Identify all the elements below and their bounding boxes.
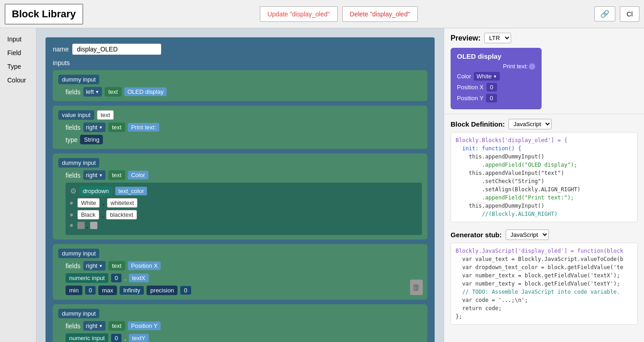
max-val: Infinity <box>120 286 144 295</box>
comma-num: , <box>124 275 126 281</box>
right-panel: Preview: LTR RTL OLED display Print text… <box>444 28 644 342</box>
fields-align-2[interactable]: right <box>83 123 106 132</box>
oled-posy-label: Position Y <box>457 95 483 102</box>
numeric-default: 0 <box>111 274 122 282</box>
dummy-input-label-3: dummy input <box>58 249 99 258</box>
topbar: Block Library Update "display_oled" Dele… <box>0 0 644 28</box>
dummy-input-label-4: dummy input <box>58 309 99 318</box>
min-label: min <box>66 286 82 295</box>
fields-label-1: fields <box>66 88 81 96</box>
preview-title: Preview: <box>451 34 481 42</box>
comma-1: , <box>102 199 104 206</box>
preview-section: Preview: LTR RTL OLED display Print text… <box>444 28 644 114</box>
numeric-name: textX <box>129 274 149 282</box>
clear-button[interactable]: Cl <box>620 6 639 22</box>
gear-icon: ⚙ <box>70 187 76 195</box>
inputs-label: inputs <box>53 59 427 66</box>
numeric-default-y: 0 <box>111 334 122 342</box>
code-sections: Block Definition: JavaScript Python Bloc… <box>444 114 644 342</box>
swatch-2[interactable] <box>90 222 97 229</box>
numeric-name-y: textY <box>129 334 149 342</box>
fields-label-5: fields <box>66 322 81 330</box>
block-def-title: Block Definition: JavaScript Python <box>451 119 638 129</box>
generator-title: Generator stub: JavaScript Python <box>451 230 638 240</box>
fields-label-2: fields <box>66 124 81 131</box>
text-value-4: Position X <box>128 261 161 270</box>
delete-group-icon[interactable]: 🗑 <box>410 280 423 295</box>
block-editor: name inputs dummy input fields left text… <box>46 37 435 342</box>
value-input-label: value input <box>58 110 94 120</box>
numeric-input-label-y: numeric input <box>66 333 108 342</box>
text-value-2: Print text: <box>128 123 159 132</box>
dummy-input-label-2: dummy input <box>58 158 99 168</box>
option-black: Black <box>77 210 99 219</box>
option-white: White <box>77 198 100 208</box>
oled-color-row: Color White <box>457 72 535 81</box>
dot-2 <box>70 214 73 216</box>
nav-type[interactable]: Type <box>0 60 36 73</box>
group-dummy-color: dummy input fields right text Color ⚙ dr… <box>53 153 427 240</box>
precision-label: precision <box>147 286 177 295</box>
dropdown-name: text_color <box>115 187 147 195</box>
link-button[interactable]: 🔗 <box>594 6 615 21</box>
group-dummy-position-y: dummy input fields right text Position Y… <box>53 304 427 342</box>
precision-val: 0 <box>180 286 191 295</box>
numeric-input-label: numeric input <box>66 273 108 283</box>
main-layout: Input Field Type Colour name inputs dumm… <box>0 28 644 342</box>
dot-1 <box>70 202 73 204</box>
dropdown-label: dropdown <box>79 186 112 196</box>
fields-align-1[interactable]: left <box>83 87 102 97</box>
group-value-input: value input text fields right text Print… <box>53 106 427 149</box>
group-dummy-1: dummy input fields left text OLED displa… <box>53 70 427 101</box>
oled-title: OLED display <box>457 52 535 60</box>
fields-align-3[interactable]: right <box>83 170 106 180</box>
group-dummy-position-x: dummy input fields right text Position X… <box>53 244 427 300</box>
nav-field[interactable]: Field <box>0 46 36 59</box>
block-def-code: Blockly.Blocks['display_oled'] = { init:… <box>451 132 638 222</box>
type-value: String <box>80 135 103 144</box>
comma-num-y: , <box>124 335 126 342</box>
option-whitetext: whitetext <box>107 198 137 208</box>
oled-posy-val: 0 <box>486 94 497 102</box>
generator-lang-select[interactable]: JavaScript Python <box>506 230 549 240</box>
name-row: name <box>53 44 427 55</box>
generator-code: Blockly.JavaScript['display_oled'] = fun… <box>451 243 638 325</box>
value-input-name: text <box>97 110 114 120</box>
min-val: 0 <box>85 286 96 295</box>
fields-label-3: fields <box>66 172 81 179</box>
workspace: name inputs dummy input fields left text… <box>36 28 444 342</box>
text-chip-5: text <box>108 321 125 331</box>
swatch-1[interactable] <box>77 222 85 229</box>
preview-header: Preview: LTR RTL <box>451 33 638 43</box>
fields-align-4[interactable]: right <box>83 261 106 271</box>
nav-input[interactable]: Input <box>0 33 36 46</box>
ltr-select[interactable]: LTR RTL <box>484 33 511 43</box>
oled-posx-val: 0 <box>487 83 497 92</box>
oled-print-label: Print text: <box>457 63 528 70</box>
text-chip-4: text <box>108 261 125 271</box>
update-button[interactable]: Update "display_oled" <box>260 6 338 22</box>
swatch-pair: , <box>77 222 97 229</box>
text-value-5: Position Y <box>128 322 161 330</box>
oled-preview-block: OLED display Print text: Color White Pos… <box>451 48 542 109</box>
nav-colour[interactable]: Colour <box>0 74 36 87</box>
generator-section: Generator stub: JavaScript Python Blockl… <box>451 230 638 325</box>
text-chip-1: text <box>105 87 122 97</box>
name-label: name <box>53 46 69 53</box>
dummy-input-label-1: dummy input <box>58 75 99 84</box>
fields-align-5[interactable]: right <box>83 321 106 331</box>
block-library-title: Block Library <box>5 4 83 25</box>
text-value-1: OLED display <box>124 87 167 96</box>
oled-color-label: Color <box>457 73 471 80</box>
oled-color-select[interactable]: White <box>474 72 500 81</box>
delete-button[interactable]: Delete "display_oled" <box>342 6 418 22</box>
block-def-section: Block Definition: JavaScript Python Bloc… <box>451 119 638 222</box>
oled-posy-row: Position Y 0 <box>457 94 535 102</box>
oled-posx-row: Position X 0 <box>457 83 535 92</box>
text-chip-2: text <box>108 123 125 132</box>
name-input[interactable] <box>72 44 161 55</box>
block-def-lang-select[interactable]: JavaScript Python <box>508 119 552 129</box>
fields-label-4: fields <box>66 262 81 270</box>
option-blacktext: blacktext <box>106 210 137 219</box>
oled-posx-label: Position X <box>457 84 484 91</box>
